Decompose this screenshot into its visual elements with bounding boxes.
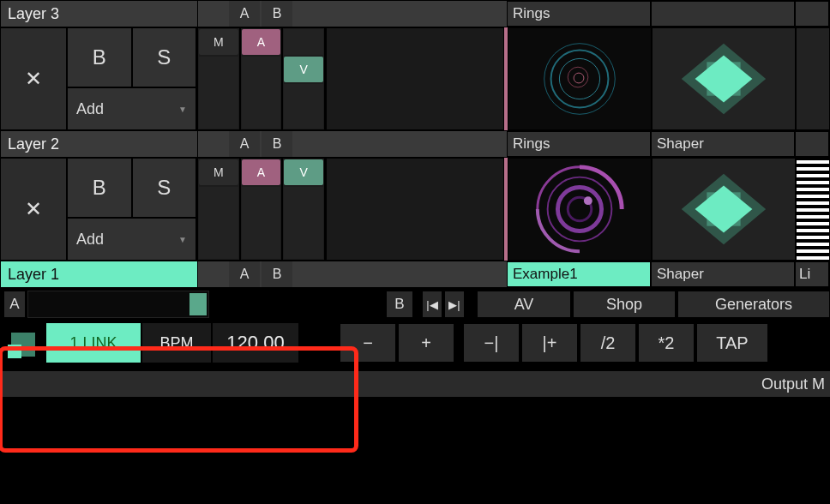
layer2-clip-stripes[interactable] — [796, 158, 830, 261]
layer2-col-a[interactable]: A — [229, 131, 260, 157]
layer3-add-label: Add — [76, 100, 104, 118]
layer2-s-button[interactable]: S — [132, 158, 197, 218]
layer2-empty-slot[interactable] — [326, 158, 504, 261]
category-av[interactable]: AV — [477, 291, 571, 318]
layer1-clip1-header[interactable]: Example1 — [507, 261, 651, 287]
crossfader-thumb[interactable] — [189, 293, 207, 315]
layer2-v-tag[interactable]: V — [284, 159, 323, 185]
layer1-col-a[interactable]: A — [229, 261, 260, 287]
shaper-icon — [653, 28, 795, 129]
layer2-column-v-strip[interactable]: V — [282, 158, 325, 261]
category-generators[interactable]: Generators — [677, 291, 830, 318]
bpm-plus-bar-button[interactable]: |+ — [521, 323, 578, 363]
layer1-header-row: Layer 1 A B Example1 Shaper Li — [0, 261, 830, 288]
chevron-down-icon: ▼ — [178, 105, 187, 114]
layer3-title[interactable]: Layer 3 — [1, 1, 198, 27]
layer3-clip3-header[interactable] — [795, 1, 829, 27]
layer3-v-tag[interactable]: V — [284, 57, 323, 82]
layer2-body: ✕ B S Add ▼ M A V — [0, 158, 830, 261]
crossfader-b-label[interactable]: B — [386, 291, 413, 318]
layer3-clip1-header[interactable]: Rings — [507, 1, 651, 27]
layer3-column-a-strip[interactable]: M — [197, 27, 240, 130]
transport-panel: A B |◀ ▶| AV Shop Generators 1 LINK BPM … — [0, 288, 830, 397]
category-shop[interactable]: Shop — [573, 291, 676, 318]
layer3-add-dropdown[interactable]: Add ▼ — [67, 87, 196, 130]
layer3-col-a[interactable]: A — [229, 1, 260, 27]
next-icon: ▶| — [448, 298, 460, 311]
chevron-down-icon: ▼ — [178, 235, 187, 244]
layer3-col-b[interactable]: B — [262, 1, 292, 27]
layer3-b-button[interactable]: B — [67, 27, 132, 87]
layer2-col-b[interactable]: B — [262, 131, 292, 157]
layer2-clip3-header[interactable] — [795, 131, 829, 157]
crossfader-slider[interactable] — [27, 291, 209, 318]
next-button[interactable]: ▶| — [444, 291, 465, 318]
bpm-half-button[interactable]: /2 — [580, 323, 636, 363]
svg-point-0 — [544, 44, 616, 115]
layer2-add-label: Add — [76, 231, 104, 249]
layer3-clip2-header[interactable] — [651, 1, 795, 27]
svg-point-2 — [559, 58, 599, 99]
shaper-icon — [653, 159, 795, 260]
layer3-clip-partial[interactable] — [796, 27, 830, 130]
layer2-m-tag[interactable]: M — [199, 159, 238, 185]
layer2-column-m-strip[interactable]: M — [197, 158, 240, 261]
layer3-column-b-strip[interactable]: V — [282, 27, 325, 130]
svg-rect-14 — [707, 192, 740, 225]
link-button[interactable]: 1 LINK — [46, 323, 141, 363]
layer2-clip-rings[interactable] — [508, 158, 652, 261]
layer2-header-row: Layer 2 A B Rings Shaper — [0, 130, 830, 158]
svg-point-3 — [568, 67, 588, 87]
layer3-body: ✕ B S Add ▼ M A V — [0, 27, 830, 130]
layer2-a-tag[interactable]: A — [242, 159, 281, 185]
layer1-clip3-header[interactable]: Li — [795, 261, 829, 287]
layer3-close-button[interactable]: ✕ — [0, 27, 67, 130]
layer3-a-tag[interactable]: A — [242, 29, 281, 55]
layer2-clip1-header[interactable]: Rings — [507, 131, 651, 157]
layer1-clip2-header[interactable]: Shaper — [651, 261, 795, 287]
layer3-clip-shaper[interactable] — [652, 27, 796, 130]
bpm-double-button[interactable]: *2 — [638, 323, 695, 363]
layer2-column-a-strip[interactable]: A — [240, 158, 283, 261]
layer1-col-b[interactable]: B — [262, 261, 292, 287]
layer2-title[interactable]: Layer 2 — [1, 131, 198, 157]
layer3-s-button[interactable]: S — [132, 27, 197, 87]
prev-icon: |◀ — [426, 298, 437, 311]
bpm-label: BPM — [142, 323, 211, 363]
bpm-minus-button[interactable]: − — [340, 323, 396, 363]
layer2-close-button[interactable]: ✕ — [0, 158, 67, 261]
layer1-title[interactable]: Layer 1 — [1, 261, 198, 287]
output-label[interactable]: Output M — [0, 371, 830, 397]
layer3-empty-slot[interactable] — [326, 27, 504, 130]
bpm-tap-button[interactable]: TAP — [696, 323, 768, 363]
prev-button[interactable]: |◀ — [422, 291, 442, 318]
layer3-m-tag[interactable]: M — [199, 29, 238, 55]
layer2-clip-shaper[interactable] — [652, 158, 796, 261]
svg-point-4 — [574, 73, 584, 83]
bpm-minus-bar-button[interactable]: −| — [463, 323, 520, 363]
bpm-value[interactable]: 120.00 — [213, 323, 298, 363]
rings-purple-icon — [508, 159, 651, 260]
layer3-clip-rings[interactable] — [508, 27, 652, 130]
layer3-header-row: Layer 3 A B Rings — [0, 0, 830, 27]
stripes-icon — [797, 159, 829, 260]
svg-point-11 — [584, 196, 592, 205]
layer2-b-button[interactable]: B — [67, 158, 132, 218]
layer2-add-dropdown[interactable]: Add ▼ — [67, 218, 196, 261]
svg-point-9 — [557, 187, 601, 231]
layer3-column-a2-strip[interactable]: A — [240, 27, 283, 130]
layer2-clip2-header[interactable]: Shaper — [651, 131, 795, 157]
bpm-plus-button[interactable]: + — [398, 323, 454, 363]
crossfader-a-label[interactable]: A — [3, 291, 26, 318]
svg-rect-7 — [707, 62, 740, 95]
link-indicator-icon[interactable] — [3, 323, 45, 363]
rings-icon — [508, 28, 651, 129]
